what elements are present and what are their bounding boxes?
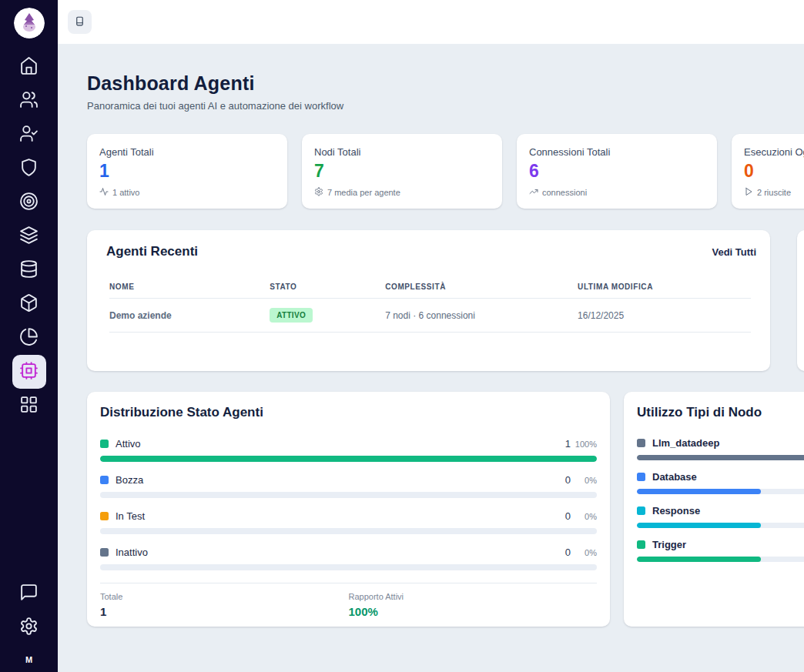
usage-label: Response xyxy=(652,505,700,517)
sidebar-item-cpu-active[interactable] xyxy=(12,355,46,389)
inattivo-swatch xyxy=(100,548,109,557)
dashboard-content: Dashboard Agenti Panoramica dei tuoi age… xyxy=(58,44,804,672)
status-distribution-card: Distribuzione Stato Agenti Attivo 1 100% xyxy=(87,392,610,627)
usage-label: Llm_datadeep xyxy=(652,437,719,449)
agent-name: Demo aziende xyxy=(109,299,270,333)
usage-label: Trigger xyxy=(652,539,686,550)
usage-label: Database xyxy=(652,471,697,483)
table-row[interactable]: Demo aziende ATTIVO 7 nodi · 6 connessio… xyxy=(109,299,751,333)
in-test-swatch xyxy=(100,512,109,520)
sidebar-item-grid[interactable] xyxy=(12,389,46,423)
sidebar-item-settings[interactable] xyxy=(12,610,46,644)
recent-agents-card: Agenti Recenti Vedi Tutti NOME STATO COM… xyxy=(87,230,770,371)
stat-sub: 7 media per agente xyxy=(314,187,490,198)
distribution-percent: 0% xyxy=(571,476,597,485)
database-icon xyxy=(19,259,39,282)
sidebar-item-pie-chart[interactable] xyxy=(12,321,46,355)
stat-sub: connessioni xyxy=(529,187,705,198)
sidebar-item-user-check[interactable] xyxy=(12,118,46,152)
usage-row-database: Database xyxy=(637,471,804,494)
sidebar: M xyxy=(0,0,58,672)
sidebar-item-home[interactable] xyxy=(12,50,46,84)
activity-icon xyxy=(99,187,109,198)
sidebar-item-layers[interactable] xyxy=(12,219,46,253)
column-header-stato: STATO xyxy=(270,283,385,299)
grid-icon xyxy=(19,395,39,417)
view-all-link[interactable]: Vedi Tutti xyxy=(712,246,756,258)
trigger-bar-fill xyxy=(637,557,761,562)
sidebar-nav xyxy=(12,50,46,423)
attivo-bar-track xyxy=(100,456,597,462)
distribution-count: 0 xyxy=(565,547,571,558)
sidebar-item-users[interactable] xyxy=(12,84,46,118)
status-distribution-rows: Attivo 1 100% Bozza 0 0% xyxy=(100,438,597,570)
home-icon xyxy=(19,56,39,79)
database-bar-fill xyxy=(637,489,761,494)
recent-agents-table: NOME STATO COMPLESSITÀ ULTIMA MODIFICA D… xyxy=(109,283,751,333)
distribution-percent: 100% xyxy=(571,440,597,449)
stat-label: Nodi Totali xyxy=(314,146,490,158)
stat-value: 1 xyxy=(99,162,275,180)
cpu-icon xyxy=(19,361,39,383)
attivo-swatch xyxy=(100,440,109,448)
app-window: M Dashboard Agenti Panoramica dei tuoi a… xyxy=(0,0,804,672)
stat-card-nodi-totali: Nodi Totali 7 7 media per agente xyxy=(302,134,502,209)
stat-value: 6 xyxy=(529,162,705,180)
usage-row-trigger: Trigger xyxy=(637,539,804,562)
side-card-partial xyxy=(797,230,804,371)
panel-toggle-icon xyxy=(74,15,85,29)
charts-row: Distribuzione Stato Agenti Attivo 1 100% xyxy=(87,392,804,627)
sidebar-item-database[interactable] xyxy=(12,253,46,287)
bozza-bar-track xyxy=(100,492,597,498)
message-square-icon xyxy=(19,583,39,605)
distribution-label: Bozza xyxy=(116,474,143,486)
brand-avatar[interactable] xyxy=(14,8,45,38)
llm-datadeep-bar-fill xyxy=(637,455,804,460)
attivo-bar-fill xyxy=(100,456,597,462)
stat-card-esecuzioni-oggi: Esecuzioni Oggi 0 2 riuscite xyxy=(732,134,804,209)
settings-gear-icon xyxy=(19,617,39,639)
llm-datadeep-bar-track xyxy=(637,455,804,460)
trigger-swatch xyxy=(637,540,645,549)
agent-complexity: 7 nodi · 6 connessioni xyxy=(385,299,578,333)
stat-card-agenti-totali: Agenti Totali 1 1 attivo xyxy=(87,134,287,209)
distribution-percent: 0% xyxy=(571,512,597,521)
total-label: Totale xyxy=(100,592,349,601)
recent-agents-row: Agenti Recenti Vedi Tutti NOME STATO COM… xyxy=(87,230,804,371)
agent-last-modified: 16/12/2025 xyxy=(578,299,751,333)
sidebar-item-shield[interactable] xyxy=(12,152,46,186)
usage-row-llm-datadeep: Llm_datadeep xyxy=(637,437,804,460)
page-subtitle: Panoramica dei tuoi agenti AI e automazi… xyxy=(87,100,804,112)
layers-icon xyxy=(19,226,39,248)
distribution-label: In Test xyxy=(116,510,145,522)
users-icon xyxy=(19,90,39,112)
trending-up-icon xyxy=(529,187,538,198)
in-test-bar-track xyxy=(100,528,597,534)
sidebar-item-box[interactable] xyxy=(12,287,46,321)
llm-datadeep-swatch xyxy=(637,439,645,447)
inattivo-bar-track xyxy=(100,564,597,570)
distribution-count: 0 xyxy=(565,510,571,522)
stat-sub-text: 1 attivo xyxy=(112,188,139,197)
stat-label: Esecuzioni Oggi xyxy=(744,146,804,158)
box-icon xyxy=(19,293,39,316)
stat-sub: 1 attivo xyxy=(99,187,275,198)
status-badge: ATTIVO xyxy=(270,308,313,323)
sidebar-item-target[interactable] xyxy=(12,186,46,219)
sidebar-footer-label: M xyxy=(25,644,32,672)
pie-chart-icon xyxy=(19,327,39,349)
response-bar-track xyxy=(637,523,804,528)
response-bar-fill xyxy=(637,523,761,528)
ratio-value: 100% xyxy=(349,605,598,618)
sidebar-item-messages[interactable] xyxy=(12,577,46,610)
recent-agents-title: Agenti Recenti xyxy=(106,244,198,259)
stats-row: Agenti Totali 1 1 attivo Nodi Totali 7 7… xyxy=(87,134,804,209)
usage-row-response: Response xyxy=(637,505,804,528)
distribution-percent: 0% xyxy=(571,548,597,557)
status-distribution-title: Distribuzione Stato Agenti xyxy=(100,405,597,420)
sidebar-toggle-button[interactable] xyxy=(68,10,92,34)
trigger-bar-track xyxy=(637,557,804,562)
shield-icon xyxy=(19,158,39,180)
stat-sub: 2 riuscite xyxy=(744,187,804,198)
gear-icon xyxy=(314,187,323,198)
